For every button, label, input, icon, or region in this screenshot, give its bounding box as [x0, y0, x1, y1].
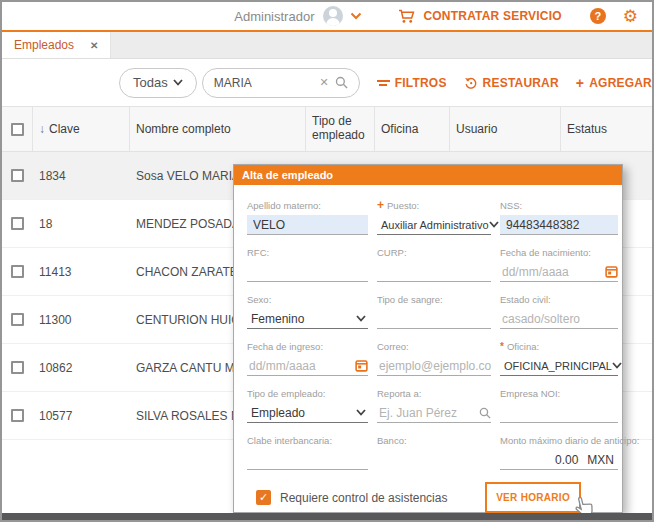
row-checkbox[interactable]	[11, 265, 24, 278]
field-label: Oficina:	[507, 341, 539, 352]
field-label: Puesto:	[387, 200, 419, 211]
empresa-noi-input[interactable]	[500, 406, 618, 420]
settings-gear-icon[interactable]: ⚙	[623, 8, 638, 25]
user-name: Administrador	[234, 9, 314, 24]
user-menu-chevron-down-icon[interactable]	[350, 12, 362, 20]
correo-input[interactable]	[377, 359, 491, 373]
user-avatar-icon[interactable]	[323, 6, 343, 26]
field-fecha-ingreso: Fecha de ingreso:	[247, 340, 368, 376]
restore-icon	[464, 76, 478, 90]
top-bar: Administrador CONTRATAR SERVICIO ? ⚙	[2, 2, 652, 32]
row-checkbox[interactable]	[11, 217, 24, 230]
add-puesto-icon[interactable]: +	[377, 198, 384, 212]
category-dropdown[interactable]: Todas	[119, 68, 197, 98]
tab-label: Empleados	[14, 38, 74, 52]
row-checkbox[interactable]	[11, 313, 24, 326]
required-marker: *	[500, 341, 504, 352]
checkbox-checked-icon[interactable]: ✓	[256, 490, 271, 505]
filters-button[interactable]: FILTROS	[377, 76, 447, 90]
field-label: CURP:	[377, 246, 491, 258]
field-tipo-empleado: Tipo de empleado: Empleado	[247, 387, 368, 423]
nss-input[interactable]	[504, 218, 618, 232]
row-clave: 10862	[33, 361, 130, 375]
field-clabe: Clabe interbancaria:	[247, 434, 368, 470]
field-nss: NSS:	[500, 199, 618, 235]
select-all-checkbox[interactable]	[11, 123, 24, 136]
field-label: Monto máximo diario de anticipo:	[500, 434, 618, 446]
field-label: Sexo:	[247, 293, 368, 305]
cart-icon[interactable]	[398, 9, 415, 24]
alta-empleado-dialog: Alta de empleado Apellido materno: +Pues…	[233, 164, 623, 513]
attendance-control-checkbox[interactable]: ✓ Requiere control de asistencias	[256, 490, 447, 505]
header-usuario[interactable]: Usuario	[450, 107, 561, 151]
category-chevron-down-icon	[173, 79, 183, 86]
help-icon[interactable]: ?	[590, 8, 606, 24]
field-banco: Banco:	[377, 434, 491, 470]
window-bottom-edge	[2, 513, 652, 520]
field-label: Clabe interbancaria:	[247, 434, 368, 446]
add-label: AGREGAR	[589, 76, 652, 90]
field-label: Tipo de sangre:	[377, 293, 491, 305]
header-clave[interactable]: ↓Clave	[33, 107, 130, 151]
restore-button[interactable]: RESTAURAR	[464, 76, 559, 90]
estado-civil-input[interactable]	[500, 312, 618, 326]
row-clave: 10577	[33, 409, 130, 423]
search-input[interactable]	[214, 76, 314, 90]
sexo-select[interactable]: Femenino	[247, 309, 368, 329]
dialog-title: Alta de empleado	[234, 165, 622, 185]
header-tipo-empleado[interactable]: Tipo de empleado	[306, 107, 375, 151]
filters-label: FILTROS	[395, 76, 447, 90]
field-rfc: RFC:	[247, 246, 368, 282]
chevron-down-icon	[356, 409, 366, 416]
chevron-down-icon	[356, 315, 366, 322]
row-checkbox[interactable]	[11, 169, 24, 182]
tab-close-icon[interactable]: ✕	[90, 40, 98, 51]
row-clave: 18	[33, 217, 130, 231]
sort-desc-icon: ↓	[39, 122, 45, 136]
field-apellido-materno: Apellido materno:	[247, 199, 368, 235]
search-clear-icon[interactable]: ✕	[320, 76, 329, 89]
reporta-a-input[interactable]	[377, 406, 479, 420]
chevron-down-icon	[612, 362, 622, 369]
attendance-label: Requiere control de asistencias	[280, 491, 447, 505]
search-icon[interactable]	[335, 76, 348, 89]
fecha-nacimiento-input[interactable]	[500, 265, 605, 279]
header-nombre-completo[interactable]: Nombre completo	[130, 107, 306, 151]
add-button[interactable]: + AGREGAR	[576, 75, 652, 91]
dialog-body: Apellido materno: +Puesto: Auxiliar Admi…	[234, 185, 622, 470]
rfc-input[interactable]	[247, 265, 368, 279]
row-checkbox[interactable]	[11, 361, 24, 374]
field-puesto: +Puesto: Auxiliar Administrativo	[377, 199, 491, 235]
header-estatus[interactable]: Estatus	[561, 107, 652, 151]
clabe-input[interactable]	[247, 453, 368, 467]
calendar-icon[interactable]	[355, 359, 368, 372]
tipo-empleado-select[interactable]: Empleado	[247, 403, 368, 423]
ver-horario-button[interactable]: VER HORARIO	[485, 482, 581, 513]
app-window: Administrador CONTRATAR SERVICIO ? ⚙ Emp…	[0, 0, 654, 522]
calendar-icon[interactable]	[605, 265, 618, 278]
tab-bar: Empleados ✕	[2, 32, 652, 59]
field-oficina: *Oficina: OFICINA_PRINCIPAL	[500, 340, 618, 376]
tab-empleados[interactable]: Empleados ✕	[2, 32, 111, 58]
plus-icon: +	[576, 75, 584, 91]
oficina-select[interactable]: OFICINA_PRINCIPAL	[500, 356, 618, 376]
puesto-select[interactable]: Auxiliar Administrativo	[377, 215, 491, 235]
search-icon[interactable]	[479, 407, 491, 419]
monto-anticipo-input[interactable]: 0.00MXN	[500, 450, 618, 470]
row-clave: 1834	[33, 169, 130, 183]
apellido-materno-input[interactable]	[251, 218, 368, 232]
banco-input[interactable]	[377, 450, 491, 470]
row-clave: 11300	[33, 313, 130, 327]
curp-input[interactable]	[377, 265, 491, 279]
fecha-ingreso-input[interactable]	[247, 359, 355, 373]
chevron-down-icon	[489, 221, 499, 228]
contract-service-button[interactable]: CONTRATAR SERVICIO	[423, 9, 561, 23]
search-box: ✕	[202, 68, 360, 98]
field-label: Correo:	[377, 340, 491, 352]
tipo-sangre-input[interactable]	[377, 312, 491, 326]
row-checkbox[interactable]	[11, 409, 24, 422]
header-oficina[interactable]: Oficina	[375, 107, 450, 151]
restore-label: RESTAURAR	[483, 76, 559, 90]
field-label: Empresa NOI:	[500, 387, 618, 399]
field-sexo: Sexo: Femenino	[247, 293, 368, 329]
